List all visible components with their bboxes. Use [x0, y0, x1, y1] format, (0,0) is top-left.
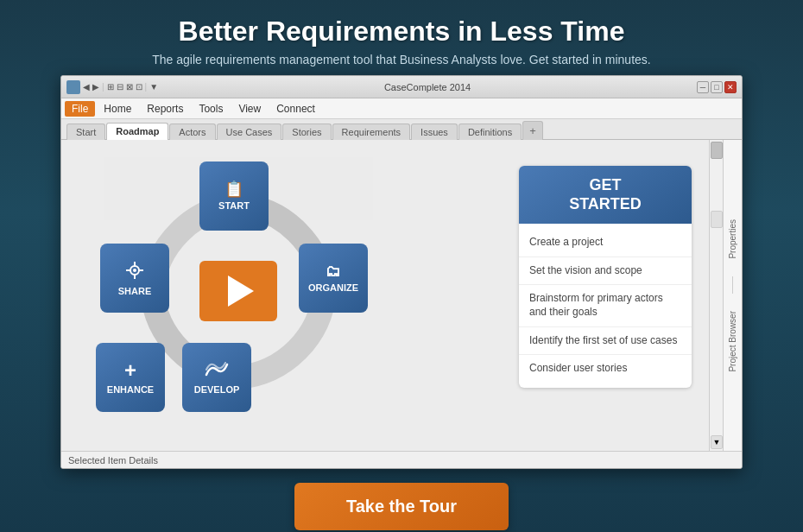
- main-title: Better Requirements in Less Time: [152, 16, 650, 48]
- panel-items: Create a project Set the vision and scop…: [519, 224, 692, 388]
- get-started-panel: GET STARTED Create a project Set the vis…: [519, 166, 692, 388]
- organize-icon: 🗂: [326, 263, 341, 279]
- scrollbar-down[interactable]: ▼: [711, 435, 723, 449]
- tab-add[interactable]: +: [522, 121, 543, 140]
- properties-label: Properties: [728, 219, 737, 259]
- enhance-label: ENHANCE: [107, 384, 154, 395]
- toolbar-icons: ◀▶| ⊞⊟⊠⊡ |▼: [83, 82, 158, 92]
- tab-stories[interactable]: Stories: [282, 124, 331, 140]
- minimize-button[interactable]: ─: [697, 81, 709, 93]
- develop-label: DEVELOP: [194, 384, 240, 395]
- divider: [732, 276, 733, 294]
- organize-label: ORGANIZE: [308, 282, 358, 293]
- tab-requirements[interactable]: Requirements: [332, 124, 410, 140]
- start-icon: 📋: [224, 181, 243, 197]
- header-section: Better Requirements in Less Time The agi…: [135, 0, 667, 75]
- step-develop[interactable]: DEVELOP: [182, 343, 251, 412]
- properties-panel: Properties Project Browser: [723, 140, 742, 451]
- status-text: Selected Item Details: [68, 455, 158, 466]
- video-play-button[interactable]: [199, 261, 277, 321]
- panel-item-1[interactable]: Set the vision and scope: [519, 257, 692, 286]
- tab-roadmap[interactable]: Roadmap: [106, 123, 168, 140]
- menu-file[interactable]: File: [65, 101, 95, 117]
- share-icon: [123, 260, 147, 282]
- status-bar: Selected Item Details: [61, 451, 742, 468]
- share-label: SHARE: [118, 286, 152, 296]
- step-enhance[interactable]: + ENHANCE: [96, 343, 165, 412]
- menu-view[interactable]: View: [231, 101, 268, 117]
- scrollbar-thumb-up[interactable]: [711, 142, 723, 159]
- subtitle: The agile requirements management tool t…: [152, 53, 650, 66]
- menu-home[interactable]: Home: [97, 101, 138, 117]
- take-tour-button[interactable]: Take the Tour: [294, 483, 509, 530]
- menu-bar: File Home Reports Tools View Connect: [61, 98, 742, 119]
- panel-item-4[interactable]: Consider user stories: [519, 355, 692, 383]
- svg-point-5: [133, 269, 136, 272]
- title-bar-left: ◀▶| ⊞⊟⊠⊡ |▼: [66, 80, 158, 94]
- menu-reports[interactable]: Reports: [140, 101, 190, 117]
- tab-usecases[interactable]: Use Cases: [217, 124, 282, 140]
- project-browser-label: Project Browser: [728, 311, 737, 372]
- window-title: CaseComplete 2014: [158, 82, 697, 92]
- window-controls[interactable]: ─ □ ✕: [697, 81, 737, 93]
- app-window: ◀▶| ⊞⊟⊠⊡ |▼ CaseComplete 2014 ─ □ ✕ File…: [60, 75, 743, 469]
- maximize-button[interactable]: □: [711, 81, 723, 93]
- step-organize[interactable]: 🗂 ORGANIZE: [299, 244, 368, 313]
- panel-item-0[interactable]: Create a project: [519, 229, 692, 257]
- tab-start[interactable]: Start: [66, 124, 105, 140]
- title-bar: ◀▶| ⊞⊟⊠⊡ |▼ CaseComplete 2014 ─ □ ✕: [61, 76, 742, 98]
- close-button[interactable]: ✕: [724, 81, 737, 93]
- diagram-area: 📋 START 🗂 ORGANIZE: [96, 157, 381, 425]
- tab-issues[interactable]: Issues: [411, 124, 458, 140]
- main-canvas: ▼: [61, 140, 723, 451]
- tab-bar: Start Roadmap Actors Use Cases Stories R…: [61, 119, 742, 140]
- tab-definitions[interactable]: Definitions: [458, 124, 522, 140]
- step-share[interactable]: SHARE: [100, 244, 169, 313]
- menu-tools[interactable]: Tools: [192, 101, 230, 117]
- step-start[interactable]: 📋 START: [199, 162, 269, 231]
- panel-title: GET STARTED: [528, 176, 683, 213]
- content-area: ▼: [61, 140, 742, 451]
- scrollbar-thumb[interactable]: [711, 211, 723, 228]
- panel-header: GET STARTED: [519, 166, 692, 224]
- menu-connect[interactable]: Connect: [269, 101, 322, 117]
- play-icon: [228, 276, 254, 307]
- panel-item-2[interactable]: Brainstorm for primary actors and their …: [519, 285, 692, 326]
- enhance-icon: +: [124, 360, 136, 381]
- start-label: START: [218, 200, 250, 211]
- panel-item-3[interactable]: Identify the first set of use cases: [519, 327, 692, 356]
- app-icon: [66, 80, 80, 94]
- cta-section: Take the Tour: [294, 469, 509, 532]
- scrollbar-vertical[interactable]: ▼: [709, 140, 723, 451]
- tab-actors[interactable]: Actors: [169, 124, 215, 140]
- develop-icon: [205, 361, 229, 381]
